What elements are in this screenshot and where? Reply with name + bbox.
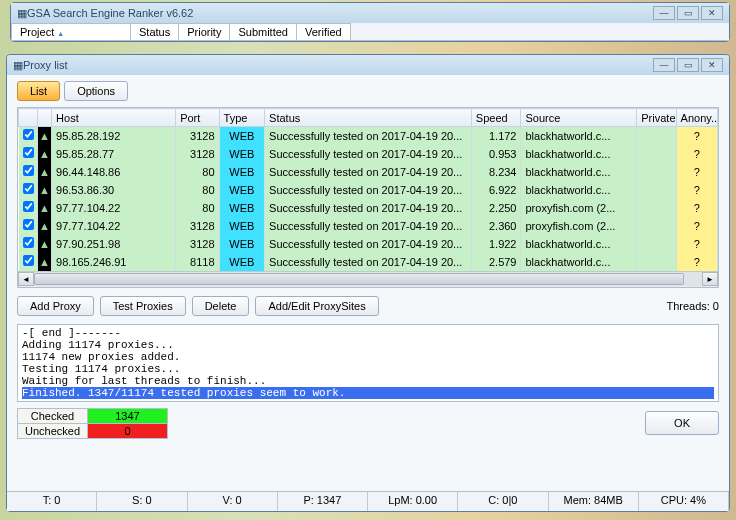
close-button[interactable]: ✕: [701, 58, 723, 72]
col-private[interactable]: Private: [637, 109, 676, 127]
cell-private: [637, 163, 676, 181]
row-checkbox[interactable]: [19, 127, 38, 145]
status-cpu: CPU: 4%: [639, 492, 729, 511]
ok-button[interactable]: OK: [645, 411, 719, 435]
cell-type: WEB: [219, 127, 264, 145]
col-port[interactable]: Port: [176, 109, 219, 127]
table-row[interactable]: ▲98.165.246.918118WEBSuccessfully tested…: [19, 253, 718, 271]
col-anony[interactable]: Anony...: [676, 109, 717, 127]
cell-source: blackhatworld.c...: [521, 181, 637, 199]
table-row[interactable]: ▲96.53.86.3080WEBSuccessfully tested on …: [19, 181, 718, 199]
proxy-icon: ▦: [13, 59, 23, 72]
cell-port: 3128: [176, 145, 219, 163]
edit-proxysites-button[interactable]: Add/Edit ProxySites: [255, 296, 378, 316]
up-arrow-icon: ▲: [37, 217, 51, 235]
scroll-thumb[interactable]: [34, 273, 684, 285]
maximize-button[interactable]: ▭: [677, 58, 699, 72]
cell-anon: ?: [676, 235, 717, 253]
parent-window: ▦ GSA Search Engine Ranker v6.62 — ▭ ✕ P…: [10, 2, 730, 42]
header-priority[interactable]: Priority: [178, 23, 230, 40]
cell-source: blackhatworld.c...: [521, 163, 637, 181]
cell-host: 96.44.148.86: [52, 163, 176, 181]
proxy-grid: Host Port Type Status Speed Source Priva…: [17, 107, 719, 288]
header-project[interactable]: Project: [11, 23, 131, 40]
log-line: Waiting for last threads to finish...: [22, 375, 714, 387]
col-arrow: [37, 109, 51, 127]
cell-private: [637, 127, 676, 145]
list-button[interactable]: List: [17, 81, 60, 101]
row-checkbox[interactable]: [19, 145, 38, 163]
up-arrow-icon: ▲: [37, 163, 51, 181]
cell-speed: 2.579: [471, 253, 521, 271]
header-verified[interactable]: Verified: [296, 23, 351, 40]
cell-type: WEB: [219, 217, 264, 235]
cell-status: Successfully tested on 2017-04-19 20...: [265, 181, 472, 199]
table-row[interactable]: ▲97.77.104.223128WEBSuccessfully tested …: [19, 217, 718, 235]
scroll-right-icon[interactable]: ►: [702, 272, 718, 286]
cell-status: Successfully tested on 2017-04-19 20...: [265, 217, 472, 235]
row-checkbox[interactable]: [19, 235, 38, 253]
cell-port: 80: [176, 163, 219, 181]
cell-private: [637, 235, 676, 253]
table-row[interactable]: ▲96.44.148.8680WEBSuccessfully tested on…: [19, 163, 718, 181]
up-arrow-icon: ▲: [37, 127, 51, 145]
close-button[interactable]: ✕: [701, 6, 723, 20]
cell-speed: 0.953: [471, 145, 521, 163]
options-button[interactable]: Options: [64, 81, 128, 101]
row-checkbox[interactable]: [19, 217, 38, 235]
minimize-button[interactable]: —: [653, 58, 675, 72]
counter-table: Checked 1347 Unchecked 0: [17, 408, 168, 439]
cell-speed: 2.360: [471, 217, 521, 235]
row-checkbox[interactable]: [19, 181, 38, 199]
parent-titlebar[interactable]: ▦ GSA Search Engine Ranker v6.62 — ▭ ✕: [11, 3, 729, 23]
table-row[interactable]: ▲95.85.28.773128WEBSuccessfully tested o…: [19, 145, 718, 163]
up-arrow-icon: ▲: [37, 235, 51, 253]
add-proxy-button[interactable]: Add Proxy: [17, 296, 94, 316]
header-status[interactable]: Status: [130, 23, 179, 40]
cell-anon: ?: [676, 217, 717, 235]
cell-speed: 8.234: [471, 163, 521, 181]
status-mem: Mem: 84MB: [549, 492, 639, 511]
row-checkbox[interactable]: [19, 253, 38, 271]
cell-anon: ?: [676, 199, 717, 217]
threads-label: Threads: 0: [666, 300, 719, 312]
col-status[interactable]: Status: [265, 109, 472, 127]
cell-source: proxyfish.com (2...: [521, 217, 637, 235]
app-icon: ▦: [17, 7, 27, 20]
cell-anon: ?: [676, 127, 717, 145]
cell-anon: ?: [676, 145, 717, 163]
col-speed[interactable]: Speed: [471, 109, 521, 127]
scroll-left-icon[interactable]: ◄: [18, 272, 34, 286]
counters-row: Checked 1347 Unchecked 0 OK: [7, 402, 729, 445]
table-row[interactable]: ▲97.90.251.983128WEBSuccessfully tested …: [19, 235, 718, 253]
col-checkbox[interactable]: [19, 109, 38, 127]
cell-status: Successfully tested on 2017-04-19 20...: [265, 127, 472, 145]
minimize-button[interactable]: —: [653, 6, 675, 20]
delete-button[interactable]: Delete: [192, 296, 250, 316]
maximize-button[interactable]: ▭: [677, 6, 699, 20]
cell-type: WEB: [219, 253, 264, 271]
test-proxies-button[interactable]: Test Proxies: [100, 296, 186, 316]
row-checkbox[interactable]: [19, 199, 38, 217]
col-host[interactable]: Host: [52, 109, 176, 127]
table-row[interactable]: ▲95.85.28.1923128WEBSuccessfully tested …: [19, 127, 718, 145]
table-row[interactable]: ▲97.77.104.2280WEBSuccessfully tested on…: [19, 199, 718, 217]
unchecked-value: 0: [88, 423, 168, 438]
up-arrow-icon: ▲: [37, 145, 51, 163]
cell-port: 3128: [176, 217, 219, 235]
status-p: P: 1347: [278, 492, 368, 511]
cell-host: 97.77.104.22: [52, 199, 176, 217]
col-type[interactable]: Type: [219, 109, 264, 127]
proxy-titlebar[interactable]: ▦ Proxy list — ▭ ✕: [7, 55, 729, 75]
log-line-highlight: Finished. 1347/11174 tested proxies seem…: [22, 387, 714, 399]
action-bar: Add Proxy Test Proxies Delete Add/Edit P…: [7, 288, 729, 324]
cell-private: [637, 217, 676, 235]
header-submitted[interactable]: Submitted: [229, 23, 297, 40]
cell-source: blackhatworld.c...: [521, 127, 637, 145]
cell-speed: 2.250: [471, 199, 521, 217]
horizontal-scrollbar[interactable]: ◄ ►: [18, 271, 718, 287]
col-source[interactable]: Source: [521, 109, 637, 127]
cell-host: 95.85.28.192: [52, 127, 176, 145]
cell-private: [637, 145, 676, 163]
row-checkbox[interactable]: [19, 163, 38, 181]
